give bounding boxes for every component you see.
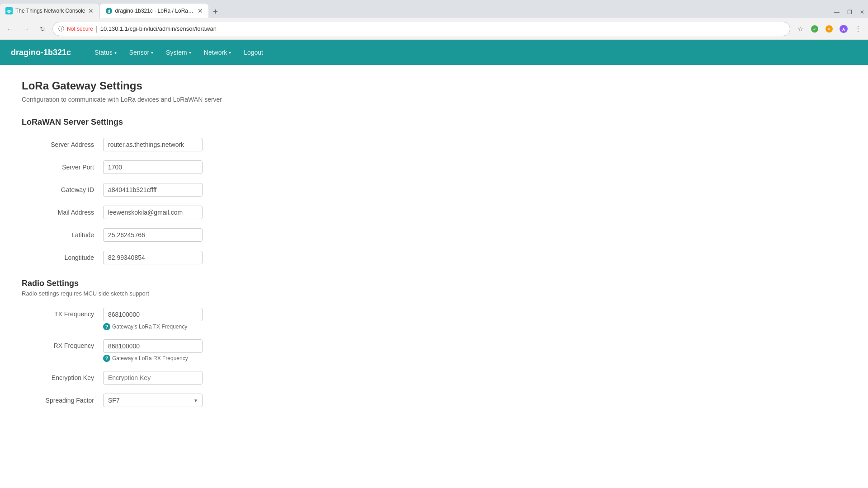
browser-chrome: The Things Network Console ✕ d dragino-1… bbox=[0, 0, 868, 40]
tab-2[interactable]: d dragino-1b321c - LoRa / LoRaW... ✕ bbox=[100, 4, 208, 18]
encryption-key-group: Encryption Key bbox=[22, 371, 385, 385]
nav-sensor-arrow: ▾ bbox=[151, 50, 153, 55]
encryption-key-label: Encryption Key bbox=[22, 374, 94, 381]
forward-button[interactable]: → bbox=[20, 23, 33, 35]
nav-brand: dragino-1b321c bbox=[11, 48, 71, 57]
extension1-icon[interactable]: ✓ bbox=[808, 23, 821, 35]
nav-status-label: Status bbox=[94, 49, 113, 56]
page: dragino-1b321c Status ▾ Sensor ▾ System … bbox=[0, 40, 868, 488]
server-port-input[interactable] bbox=[103, 160, 203, 174]
spreading-factor-select[interactable]: SF7 SF8 SF9 SF10 SF11 SF12 bbox=[103, 394, 203, 407]
lorawan-section-title: LoRaWAN Server Settings bbox=[22, 117, 385, 127]
nav-status-arrow: ▾ bbox=[114, 50, 117, 55]
tab-1[interactable]: The Things Network Console ✕ bbox=[0, 4, 99, 18]
rx-frequency-label: RX Frequency bbox=[22, 339, 94, 349]
nav-menu: Status ▾ Sensor ▾ System ▾ Network ▾ Log… bbox=[89, 45, 269, 60]
tab1-close[interactable]: ✕ bbox=[88, 7, 94, 14]
longitude-label: Longtitude bbox=[22, 254, 94, 261]
tab1-favicon bbox=[5, 7, 13, 14]
tx-frequency-help: ? Gateway's LoRa TX Frequency bbox=[103, 323, 203, 330]
bookmark-icon[interactable]: ☆ bbox=[794, 23, 807, 35]
latitude-input[interactable] bbox=[103, 228, 203, 242]
rx-frequency-group: RX Frequency ? Gateway's LoRa RX Frequen… bbox=[22, 339, 385, 362]
rx-frequency-help: ? Gateway's LoRa RX Frequency bbox=[103, 355, 203, 362]
top-nav: dragino-1b321c Status ▾ Sensor ▾ System … bbox=[0, 40, 868, 65]
radio-section-subtitle: Radio settings requires MCU side sketch … bbox=[22, 290, 385, 297]
gateway-id-input[interactable] bbox=[103, 183, 203, 197]
latitude-group: Latitude bbox=[22, 228, 385, 242]
radio-section-title: Radio Settings bbox=[22, 279, 385, 288]
nav-logout-label: Logout bbox=[244, 49, 263, 56]
close-button[interactable]: ✕ bbox=[856, 6, 868, 18]
nav-network-label: Network bbox=[204, 49, 227, 56]
svg-text:✕: ✕ bbox=[827, 27, 831, 32]
gateway-id-group: Gateway ID bbox=[22, 183, 385, 197]
rx-help-icon: ? bbox=[103, 355, 110, 362]
tab2-title: dragino-1b321c - LoRa / LoRaW... bbox=[115, 8, 195, 14]
mail-address-group: Mail Address bbox=[22, 206, 385, 219]
menu-icon[interactable]: ⋮ bbox=[852, 23, 864, 35]
minimize-button[interactable]: — bbox=[831, 6, 843, 18]
address-separator: | bbox=[96, 25, 98, 33]
page-subtitle: Configuration to communicate with LoRa d… bbox=[22, 96, 385, 103]
svg-text:A: A bbox=[842, 27, 845, 32]
tab-bar: The Things Network Console ✕ d dragino-1… bbox=[0, 0, 868, 18]
nav-network[interactable]: Network ▾ bbox=[198, 45, 236, 60]
tab2-close[interactable]: ✕ bbox=[198, 7, 203, 14]
maximize-button[interactable]: ❐ bbox=[844, 6, 855, 18]
address-url[interactable]: 10.130.1.1/cgi-bin/luci/admin/sensor/lor… bbox=[100, 25, 784, 32]
profile-icon[interactable]: A bbox=[837, 23, 850, 35]
longitude-input[interactable] bbox=[103, 251, 203, 264]
not-secure-label: Not secure bbox=[67, 26, 93, 32]
encryption-key-input[interactable] bbox=[103, 371, 203, 385]
spreading-factor-select-wrapper: SF7 SF8 SF9 SF10 SF11 SF12 bbox=[103, 394, 203, 407]
nav-system-arrow: ▾ bbox=[189, 50, 191, 55]
mail-address-label: Mail Address bbox=[22, 209, 94, 216]
rx-frequency-wrapper: ? Gateway's LoRa RX Frequency bbox=[103, 339, 203, 362]
tx-frequency-input[interactable] bbox=[103, 308, 203, 321]
svg-rect-0 bbox=[5, 7, 13, 14]
new-tab-button[interactable]: + bbox=[209, 5, 222, 18]
nav-network-arrow: ▾ bbox=[229, 50, 231, 55]
browser-controls: ← → ↻ ⓘ Not secure | 10.130.1.1/cgi-bin/… bbox=[0, 18, 868, 40]
address-bar[interactable]: ⓘ Not secure | 10.130.1.1/cgi-bin/luci/a… bbox=[52, 22, 790, 36]
nav-system-label: System bbox=[166, 49, 187, 56]
nav-logout[interactable]: Logout bbox=[238, 45, 269, 60]
svg-point-1 bbox=[8, 11, 10, 13]
svg-text:d: d bbox=[108, 9, 110, 14]
nav-status[interactable]: Status ▾ bbox=[89, 45, 122, 60]
extension2-icon[interactable]: ✕ bbox=[823, 23, 835, 35]
nav-system[interactable]: System ▾ bbox=[160, 45, 197, 60]
nav-sensor[interactable]: Sensor ▾ bbox=[124, 45, 159, 60]
back-button[interactable]: ← bbox=[4, 23, 16, 35]
longitude-group: Longtitude bbox=[22, 251, 385, 264]
server-address-input[interactable] bbox=[103, 138, 203, 151]
server-port-label: Server Port bbox=[22, 164, 94, 171]
reload-button[interactable]: ↻ bbox=[36, 23, 49, 35]
gateway-id-label: Gateway ID bbox=[22, 186, 94, 193]
spreading-factor-group: Spreading Factor SF7 SF8 SF9 SF10 SF11 S… bbox=[22, 394, 385, 407]
rx-frequency-input[interactable] bbox=[103, 339, 203, 353]
tab1-title: The Things Network Console bbox=[15, 8, 85, 14]
tx-frequency-wrapper: ? Gateway's LoRa TX Frequency bbox=[103, 308, 203, 330]
rx-help-text: Gateway's LoRa RX Frequency bbox=[112, 355, 188, 361]
mail-address-input[interactable] bbox=[103, 206, 203, 219]
tx-frequency-label: TX Frequency bbox=[22, 308, 94, 318]
browser-actions: ☆ ✓ ✕ A ⋮ bbox=[794, 23, 864, 35]
tx-help-icon: ? bbox=[103, 323, 110, 330]
server-address-group: Server Address bbox=[22, 138, 385, 151]
nav-sensor-label: Sensor bbox=[129, 49, 149, 56]
latitude-label: Latitude bbox=[22, 231, 94, 239]
tx-help-text: Gateway's LoRa TX Frequency bbox=[112, 324, 187, 330]
spreading-factor-label: Spreading Factor bbox=[22, 397, 94, 404]
svg-text:✓: ✓ bbox=[813, 27, 816, 32]
tab2-favicon: d bbox=[105, 7, 113, 14]
not-secure-icon: ⓘ bbox=[58, 25, 64, 33]
server-port-group: Server Port bbox=[22, 160, 385, 174]
main-content: LoRa Gateway Settings Configuration to c… bbox=[0, 65, 407, 431]
page-title: LoRa Gateway Settings bbox=[22, 80, 385, 92]
tx-frequency-group: TX Frequency ? Gateway's LoRa TX Frequen… bbox=[22, 308, 385, 330]
server-address-label: Server Address bbox=[22, 141, 94, 148]
